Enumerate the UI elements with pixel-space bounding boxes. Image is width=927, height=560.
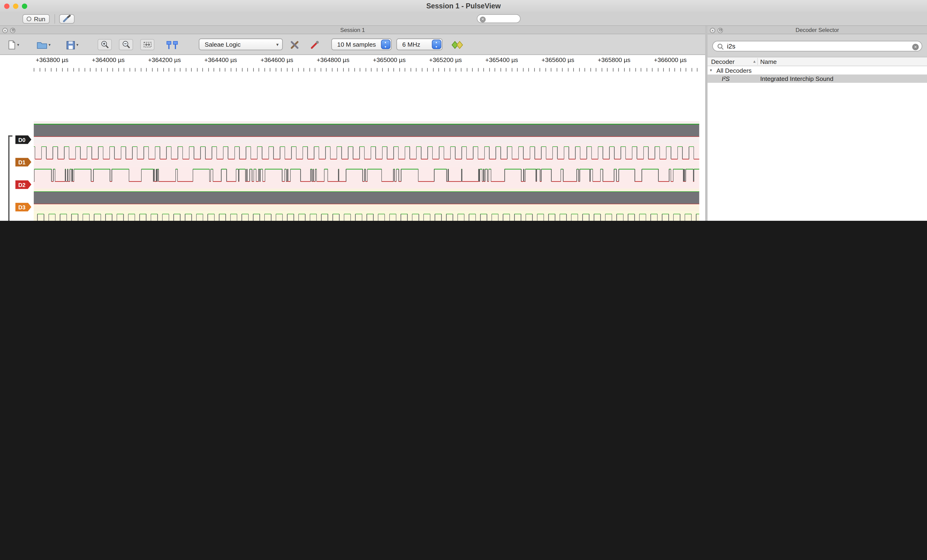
ruler-tick — [174, 68, 175, 71]
channel-tag-D2[interactable]: D2 — [15, 180, 31, 189]
ruler-tick — [180, 68, 181, 71]
ruler-tick — [483, 68, 484, 71]
new-session-button[interactable]: ▾ — [7, 39, 19, 51]
session-panel: × Session 1 ▾ ▾ — [0, 26, 705, 221]
ruler-tick — [112, 68, 113, 71]
ruler-tick — [320, 68, 321, 71]
ruler-tick — [225, 68, 226, 71]
dropdown-arrow-icon: ▾ — [17, 42, 19, 47]
ruler-tick — [528, 68, 529, 71]
decoder-selector-content: × Decoder ▲ Name ▾ All Decoders — [708, 34, 927, 221]
zoom-fit-button[interactable] — [140, 39, 154, 50]
setup-button[interactable] — [59, 14, 74, 24]
ruler-tick — [331, 68, 332, 71]
zoom-out-icon — [122, 40, 131, 49]
zoom-out-button[interactable] — [119, 39, 133, 50]
show-cursors-button[interactable] — [164, 39, 180, 51]
decoder-search-box[interactable]: × — [712, 41, 922, 52]
ruler-tick — [158, 68, 158, 71]
ruler-tick — [146, 68, 147, 71]
tree-row-all-decoders[interactable]: ▾ All Decoders — [708, 66, 927, 74]
channel-tag-D1[interactable]: D1 — [15, 158, 31, 167]
ruler-tick — [438, 68, 439, 71]
main-toolbar: Run × — [0, 12, 927, 26]
sample-count-select[interactable]: 10 M samples ▲▼ — [331, 38, 392, 50]
trace-view[interactable]: +363800 µs+364000 µs+364200 µs+364400 µs… — [0, 55, 705, 221]
ruler-tick — [34, 68, 35, 71]
decoder-search-input[interactable] — [727, 42, 904, 50]
ruler-tick-label: +366000 µs — [644, 56, 697, 63]
channel-tag-D0[interactable]: D0 — [15, 135, 31, 144]
dock-splitter[interactable] — [705, 26, 708, 221]
channel-tag-D3[interactable]: D3 — [15, 203, 31, 211]
ruler-tick — [51, 68, 51, 71]
ruler-tick — [585, 68, 585, 71]
ruler-tick — [467, 68, 467, 71]
ruler-tick — [607, 68, 608, 71]
toolbar-filter-field[interactable]: × — [477, 14, 521, 23]
device-select[interactable]: Saleae Logic ▾ — [199, 38, 283, 50]
zoom-in-button[interactable] — [97, 39, 112, 50]
ruler-tick — [646, 68, 647, 71]
column-separator[interactable] — [757, 58, 758, 65]
ruler-tick — [635, 68, 636, 71]
configure-channels-button[interactable] — [308, 39, 322, 51]
column-header-decoder[interactable]: Decoder — [711, 58, 734, 65]
waveform-D4 — [34, 211, 699, 221]
sample-rate-select[interactable]: 6 MHz ▲▼ — [396, 38, 442, 50]
new-file-icon — [7, 40, 16, 50]
stepper-icon[interactable]: ▲▼ — [432, 40, 441, 49]
ruler-tick — [152, 68, 152, 71]
ruler-tick — [140, 68, 141, 71]
open-file-button[interactable]: ▾ — [36, 39, 51, 51]
sample-count-value: 10 M samples — [337, 41, 376, 48]
decoder-search-row: × — [708, 34, 927, 57]
column-header-name[interactable]: Name — [760, 58, 777, 65]
ruler-tick — [416, 68, 416, 71]
ruler-tick — [680, 68, 681, 71]
ruler-tick — [388, 68, 388, 71]
ruler-tick — [551, 68, 552, 71]
save-icon — [66, 41, 75, 49]
run-button[interactable]: Run — [23, 14, 50, 24]
channel-group-bracket[interactable] — [8, 135, 12, 221]
ruler-tick — [73, 68, 74, 71]
decoder-name: Integrated Interchip Sound — [760, 74, 833, 83]
ruler-tick — [421, 68, 422, 71]
clear-search-icon[interactable]: × — [912, 43, 919, 50]
ruler-tick — [500, 68, 501, 71]
ruler-tick — [264, 68, 265, 71]
tree-row-i2s[interactable]: I²S Integrated Interchip Sound — [708, 74, 927, 83]
ruler-tick — [247, 68, 248, 71]
disclosure-triangle-icon[interactable]: ▾ — [710, 66, 712, 74]
save-file-button[interactable]: ▾ — [66, 39, 78, 51]
ruler-tick — [596, 68, 596, 71]
ruler-tick — [377, 68, 377, 71]
ruler-tick — [691, 68, 692, 71]
ruler-tick-label: +364200 µs — [138, 56, 191, 63]
ruler-tick-label: +364600 µs — [250, 56, 304, 63]
ruler-tick — [236, 68, 237, 71]
ruler-tick — [309, 68, 310, 71]
ruler-tick-label: +364400 µs — [194, 56, 247, 63]
ruler-tick — [624, 68, 625, 71]
device-select-value: Saleae Logic — [205, 41, 240, 48]
decoder-tree-header[interactable]: Decoder ▲ Name — [708, 57, 927, 66]
ruler-tick-label: +365600 µs — [531, 56, 584, 63]
ruler-tick — [231, 68, 231, 71]
ruler-tick-label: +365800 µs — [587, 56, 641, 63]
ruler-tick — [405, 68, 406, 71]
session-panel-titlebar: × Session 1 — [0, 26, 705, 35]
ruler-tick — [697, 68, 698, 71]
ruler-tick — [523, 68, 523, 71]
ruler-tick — [315, 68, 315, 71]
add-decoder-button[interactable] — [450, 39, 466, 51]
stepper-icon[interactable]: ▲▼ — [381, 40, 390, 49]
ruler-tick — [517, 68, 518, 71]
clear-icon[interactable]: × — [480, 16, 486, 22]
ruler-tick — [101, 68, 102, 71]
ruler-tick — [360, 68, 360, 71]
dropdown-arrow-icon: ▾ — [276, 42, 278, 47]
ruler-tick — [107, 68, 108, 71]
configure-device-button[interactable] — [287, 39, 302, 51]
